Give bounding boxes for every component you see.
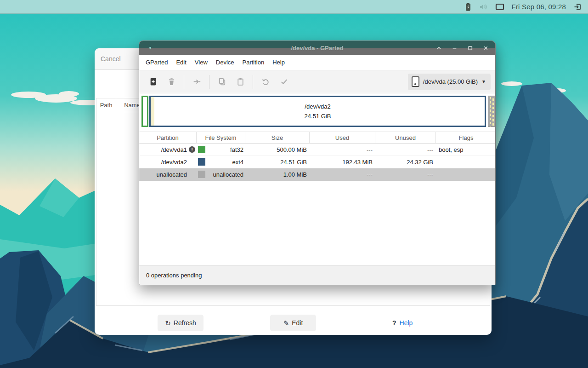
refresh-button[interactable]: ↻ Refresh: [158, 315, 204, 331]
menu-view[interactable]: View: [191, 56, 212, 69]
filesystem-color-swatch: [198, 171, 205, 178]
partition-used: 192.43 MiB: [310, 156, 375, 168]
filesystem-color-swatch: [198, 146, 205, 153]
warning-icon: !: [189, 146, 195, 153]
partition-visual-unallocated[interactable]: [488, 96, 495, 127]
partition-table: Partition File System Size Used Unused F…: [139, 132, 495, 265]
menu-edit[interactable]: Edit: [172, 56, 190, 69]
partition-flags: [436, 156, 495, 168]
titlebar-dot-icon: [149, 47, 151, 49]
edit-button[interactable]: ✎ Edit: [270, 315, 316, 331]
gparted-window: /dev/vda - GParted GParted Edit View Dev…: [139, 40, 496, 285]
cancel-button[interactable]: Cancel: [101, 55, 121, 63]
new-partition-icon[interactable]: [147, 75, 159, 88]
top-taskbar: Fri Sep 06, 09:28: [0, 0, 588, 14]
logout-icon[interactable]: [573, 3, 582, 11]
menu-help[interactable]: Help: [268, 56, 289, 69]
used-space-strip: [151, 97, 154, 126]
column-header-size[interactable]: Size: [245, 132, 310, 143]
filesystem-color-swatch: [198, 158, 205, 166]
pending-operations-text: 0 operations pending: [146, 272, 202, 279]
column-header-partition[interactable]: Partition: [139, 132, 197, 143]
partition-name: unallocated: [157, 171, 187, 178]
partition-visual-vda1[interactable]: [141, 96, 148, 127]
partition-unused: ---: [375, 168, 436, 180]
chevron-down-icon: ▼: [481, 79, 486, 84]
undo-icon[interactable]: [259, 75, 272, 88]
copy-icon[interactable]: [215, 75, 228, 88]
menu-partition[interactable]: Partition: [238, 56, 269, 69]
device-selector-dropdown[interactable]: /dev/vda (25.00 GiB) ▼: [408, 74, 491, 90]
column-header-unused[interactable]: Unused: [375, 132, 436, 143]
volume-muted-icon[interactable]: [479, 3, 488, 11]
partition-name: /dev/vda2: [161, 159, 187, 166]
gparted-titlebar[interactable]: /dev/vda - GParted: [139, 41, 495, 55]
table-row[interactable]: /dev/vda2 ! ext4 24.51 GiB 192.43 MiB 24…: [139, 156, 495, 168]
column-header-filesystem[interactable]: File System: [197, 132, 245, 143]
partition-name: /dev/vda1: [161, 146, 187, 153]
help-link-label: Help: [400, 319, 413, 327]
column-header-flags[interactable]: Flags: [436, 132, 495, 143]
partition-unused: 24.32 GiB: [375, 156, 436, 168]
menu-device[interactable]: Device: [212, 56, 238, 69]
partition-used: ---: [310, 144, 375, 155]
filesystem-name: unallocated: [213, 171, 244, 178]
partition-size: 24.51 GiB: [245, 156, 310, 168]
toolbar-separator: [184, 75, 184, 89]
menu-gparted[interactable]: GParted: [141, 56, 172, 69]
question-mark-icon: ?: [392, 319, 396, 327]
partition-table-header: Partition File System Size Used Unused F…: [139, 132, 495, 144]
visual-partition-label: /dev/vda2: [305, 102, 330, 111]
partition-flags: [436, 168, 495, 180]
window-title: /dev/vda - GParted: [291, 45, 343, 52]
table-row[interactable]: unallocated ! unallocated 1.00 MiB --- -…: [139, 168, 495, 181]
toolbar-separator: [253, 75, 253, 89]
filesystem-name: fat32: [230, 146, 243, 153]
pencil-icon: ✎: [283, 320, 289, 327]
unmaximize-icon[interactable]: [436, 45, 442, 51]
column-header-used[interactable]: Used: [310, 132, 375, 143]
disk-icon: [412, 76, 419, 87]
column-header-path[interactable]: Path: [96, 98, 116, 112]
partition-size: 1.00 MiB: [245, 168, 310, 180]
gparted-menubar: GParted Edit View Device Partition Help: [139, 55, 495, 70]
partition-unused: ---: [375, 144, 436, 155]
delete-icon[interactable]: [165, 75, 178, 88]
maximize-icon[interactable]: [467, 45, 473, 51]
gparted-toolbar: /dev/vda (25.00 GiB) ▼: [139, 70, 495, 93]
battery-charging-icon[interactable]: [465, 2, 471, 12]
apply-icon[interactable]: [277, 75, 290, 88]
partition-size: 500.00 MiB: [245, 144, 310, 155]
resize-move-icon[interactable]: [190, 75, 203, 88]
minimize-icon[interactable]: [452, 45, 458, 51]
close-icon[interactable]: [483, 45, 489, 51]
help-link[interactable]: ? Help: [392, 316, 413, 330]
paste-icon[interactable]: [234, 75, 247, 88]
display-icon[interactable]: [495, 3, 504, 11]
table-row[interactable]: /dev/vda1 ! fat32 500.00 MiB --- --- boo…: [139, 144, 495, 156]
edit-button-label: Edit: [292, 319, 303, 327]
partition-visual-bar: /dev/vda2 24.51 GiB: [139, 93, 495, 132]
device-selector-value: /dev/vda (25.00 GiB): [423, 78, 478, 85]
toolbar-separator: [209, 75, 209, 89]
taskbar-clock[interactable]: Fri Sep 06, 09:28: [512, 3, 566, 11]
partition-used: ---: [310, 168, 375, 180]
partition-flags: boot, esp: [436, 144, 495, 155]
visual-partition-size: 24.51 GiB: [305, 111, 331, 121]
filesystem-name: ext4: [232, 159, 243, 166]
refresh-button-label: Refresh: [174, 319, 196, 327]
partition-visual-vda2[interactable]: /dev/vda2 24.51 GiB: [149, 96, 486, 127]
partition-table-body: /dev/vda1 ! fat32 500.00 MiB --- --- boo…: [139, 144, 495, 181]
refresh-icon: ↻: [165, 320, 171, 327]
gparted-statusbar: 0 operations pending: [139, 265, 495, 285]
